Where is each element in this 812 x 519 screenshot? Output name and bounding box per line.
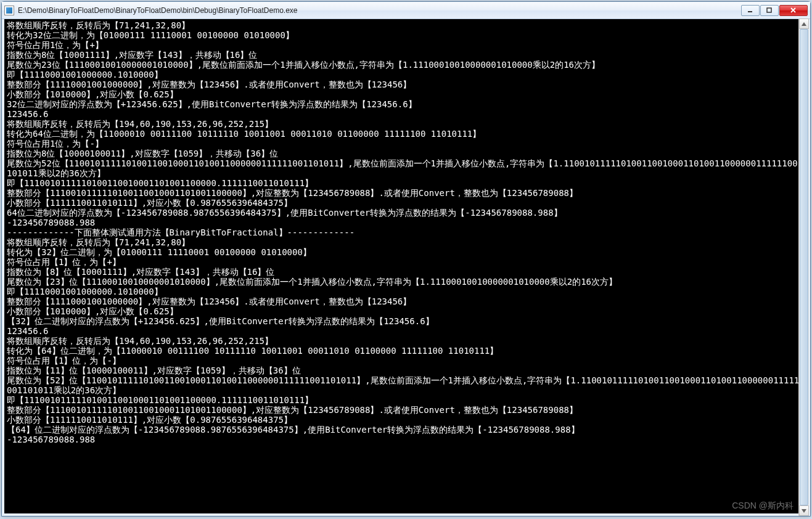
console-line: 尾数位为【23】位【11100010010000001010000】,尾数位前面… (7, 277, 805, 287)
console-line: 小数部分【1010000】,对应小数【0.625】 (7, 89, 805, 99)
maximize-button[interactable] (760, 5, 779, 16)
console-line: 64位二进制对应的浮点数为【-123456789088.987655639648… (7, 208, 805, 218)
console-window: E:\Demo\BinaryToFloatDemo\BinaryToFloatD… (1, 1, 811, 517)
console-line: 符号位占用1位，为【+】 (7, 40, 805, 50)
console-line: 整数部分【11100101111101001100100011010011000… (7, 188, 805, 198)
close-icon (790, 7, 797, 14)
console-line: 将数组顺序反转，反转后为【71,241,32,80】 (7, 237, 805, 247)
console-line: 32位二进制对应的浮点数为【+123456.625】,使用BitConverte… (7, 99, 805, 109)
console-line: 将数组顺序反转，反转后为【71,241,32,80】 (7, 20, 805, 30)
console-output: 将数组顺序反转，反转后为【71,241,32,80】转化为32位二进制，为【01… (2, 19, 810, 516)
svg-marker-4 (802, 22, 806, 26)
svg-rect-1 (767, 8, 771, 12)
console-line: 转化为【32】位二进制，为【01000111 11110001 00100000… (7, 247, 805, 257)
console-line: 尾数位为52位【11001011111010011001000110100110… (7, 158, 805, 178)
console-line: 将数组顺序反转，反转后为【194,60,190,153,26,96,252,21… (7, 336, 805, 346)
console-line: 即【1110010111110100110010001101001100000.… (7, 395, 805, 405)
minimize-button[interactable] (741, 5, 760, 16)
console-line: 即【11110001001000000.1010000】 (7, 70, 805, 80)
console-line: 即【1110010111110100110010001101001100000.… (7, 178, 805, 188)
close-button[interactable] (779, 5, 808, 16)
console-line: 整数部分【11110001001000000】,对应整数为【123456】.或者… (7, 296, 805, 306)
app-icon (4, 6, 14, 15)
console-line: 123456.6 (7, 109, 805, 119)
minimize-icon (747, 7, 753, 14)
scroll-track[interactable] (799, 29, 809, 505)
console-line: 符号位占用1位，为【-】 (7, 139, 805, 149)
console-line: 【64】位二进制对应的浮点数为【-123456789088.9876556396… (7, 425, 805, 435)
console-line: 小数部分【1010000】,对应小数【0.625】 (7, 306, 805, 316)
console-line: 符号位占用【1】位，为【+】 (7, 257, 805, 267)
console-line: 转化为【64】位二进制，为【11000010 00111100 10111110… (7, 346, 805, 356)
console-line: -123456789088.988 (7, 218, 805, 227)
console-line: 尾数位为23位【11100010010000001010000】,尾数位前面添加… (7, 60, 805, 70)
svg-marker-5 (802, 509, 806, 513)
console-line: 转化为32位二进制，为【01000111 11110001 00100000 0… (7, 30, 805, 40)
console-line: 将数组顺序反转，反转后为【194,60,190,153,26,96,252,21… (7, 119, 805, 129)
scroll-up-button[interactable] (799, 18, 809, 29)
chevron-up-icon (802, 22, 806, 26)
console-line: 指数位为8位【10000100011】,对应数字【1059】，共移动【36】位 (7, 149, 805, 158)
console-line: 指数位为【11】位【10000100011】,对应数字【1059】，共移动【36… (7, 366, 805, 375)
console-line: 整数部分【11100101111101001100100011010011000… (7, 405, 805, 415)
console-line: -123456789088.988 (7, 435, 805, 444)
console-line: 小数部分【1111110011010111】,对应小数【0.9876556396… (7, 198, 805, 208)
console-line: 整数部分【11110001001000000】,对应整数为【123456】.或者… (7, 80, 805, 89)
maximize-icon (766, 7, 773, 14)
console-line: -------------下面整体测试通用方法【BinaryBitToFract… (7, 227, 805, 237)
console-line: 即【11110001001000000.1010000】 (7, 287, 805, 296)
window-controls (741, 5, 808, 16)
console-line: 转化为64位二进制，为【11000010 00111100 10111110 1… (7, 129, 805, 139)
console-line: 指数位为8位【10001111】,对应数字【143】，共移动【16】位 (7, 50, 805, 60)
console-line: 【32】位二进制对应的浮点数为【+123456.625】,使用BitConver… (7, 316, 805, 326)
console-line: 123456.6 (7, 326, 805, 336)
scroll-down-button[interactable] (799, 505, 809, 516)
console-line: 指数位为【8】位【10001111】,对应数字【143】，共移动【16】位 (7, 267, 805, 277)
window-title: E:\Demo\BinaryToFloatDemo\BinaryToFloatD… (18, 6, 741, 15)
console-line: 符号位占用【1】位，为【-】 (7, 356, 805, 366)
console-line: 小数部分【1111110011010111】,对应小数【0.9876556396… (7, 415, 805, 425)
console-line: 尾数位为【52】位【110010111110100110010001101001… (7, 375, 805, 395)
scroll-thumb[interactable] (800, 29, 808, 505)
vertical-scrollbar[interactable] (798, 18, 809, 516)
chevron-down-icon (802, 509, 806, 513)
titlebar[interactable]: E:\Demo\BinaryToFloatDemo\BinaryToFloatD… (2, 2, 810, 19)
